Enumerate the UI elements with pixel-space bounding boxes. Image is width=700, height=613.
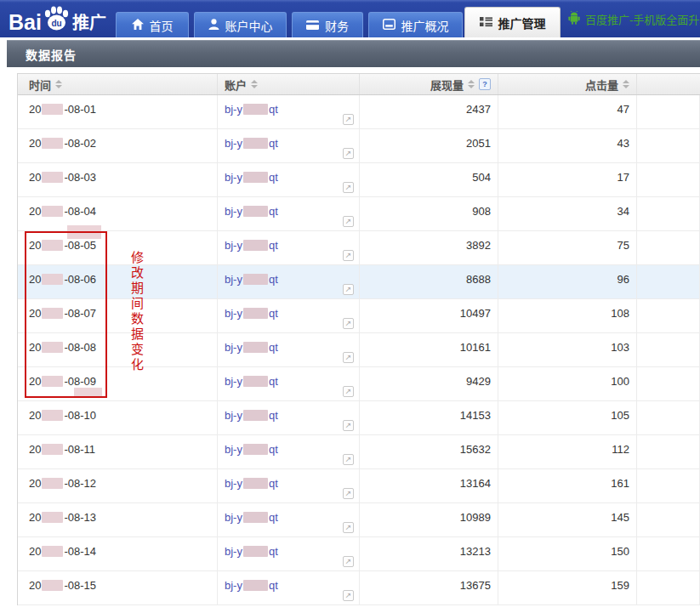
redacted-account <box>243 410 268 421</box>
date-suffix: -08-14 <box>64 545 96 558</box>
account-suffix: qt <box>269 341 278 354</box>
account-link[interactable]: bj-yqt <box>225 307 278 320</box>
sort-icon[interactable] <box>623 80 629 88</box>
account-link[interactable]: bj-yqt <box>225 511 278 524</box>
external-link-icon[interactable]: ↗ <box>343 386 354 397</box>
account-prefix: bj-y <box>225 375 242 388</box>
home-icon <box>132 19 144 32</box>
external-link-icon[interactable]: ↗ <box>343 216 354 227</box>
impressions-cell: 2051 <box>360 129 498 163</box>
account-link[interactable]: bj-yqt <box>225 205 278 218</box>
account-suffix: qt <box>269 273 278 286</box>
redacted-year <box>42 512 63 523</box>
column-header-time[interactable]: 时间 <box>18 74 218 94</box>
account-link[interactable]: bj-yqt <box>225 545 278 558</box>
sort-icon[interactable] <box>55 80 62 88</box>
sort-icon[interactable] <box>251 80 258 88</box>
account-link[interactable]: bj-yqt <box>225 341 278 354</box>
external-link-icon[interactable]: ↗ <box>343 420 354 431</box>
nav-tab-promotion-manage[interactable]: 推广管理 <box>464 7 561 37</box>
top-navbar: Bai du 推广 首页 账户中心 <box>0 0 700 37</box>
account-link[interactable]: bj-yqt <box>225 239 278 252</box>
table-row: 20-08-03 bj-yqt ↗ 504 17 <box>18 163 700 197</box>
baidu-promotion-app: Bai du 推广 首页 账户中心 <box>0 0 700 613</box>
redacted-year <box>42 410 63 421</box>
account-link[interactable]: bj-yqt <box>225 579 278 592</box>
nav-tab-home[interactable]: 首页 <box>116 12 189 37</box>
account-link[interactable]: bj-yqt <box>225 137 278 150</box>
nav-tab-finance[interactable]: 财务 <box>292 12 363 37</box>
external-link-icon[interactable]: ↗ <box>343 352 354 363</box>
external-link-icon[interactable]: ↗ <box>343 556 354 567</box>
column-header-label: 展现量 <box>430 77 464 93</box>
time-cell: 20-08-03 <box>18 163 218 197</box>
clicks-cell: 112 <box>498 435 637 469</box>
redaction-fragment <box>67 225 101 239</box>
baidu-logo[interactable]: Bai du 推广 <box>9 4 106 35</box>
sort-icon[interactable] <box>468 80 475 88</box>
time-cell: 20-08-06 <box>18 265 218 299</box>
nav-tab-label: 推广管理 <box>498 14 546 31</box>
external-link-icon[interactable]: ↗ <box>343 250 354 261</box>
external-link-icon[interactable]: ↗ <box>343 454 354 465</box>
column-header-impressions[interactable]: 展现量 ? <box>360 74 498 94</box>
redacted-year <box>42 206 63 217</box>
account-cell: bj-yqt ↗ <box>218 163 360 197</box>
account-suffix: qt <box>269 511 278 524</box>
column-header-clicks[interactable]: 点击量 <box>498 74 637 94</box>
nav-tab-promotion-overview[interactable]: 推广概况 <box>368 12 463 37</box>
account-link[interactable]: bj-yqt <box>225 409 278 422</box>
account-link[interactable]: bj-yqt <box>225 443 278 456</box>
page-header-bar: 数据报告 <box>7 40 700 67</box>
redacted-year <box>42 376 63 387</box>
date-suffix: -08-02 <box>64 137 96 150</box>
table-row: 20-08-15 bj-yqt ↗ 13675 159 <box>18 571 700 605</box>
account-prefix: bj-y <box>225 511 242 524</box>
table-row: 20-08-05 bj-yqt ↗ 3892 75 <box>18 231 700 265</box>
external-link-icon[interactable]: ↗ <box>343 148 354 159</box>
impressions-cell: 10497 <box>360 299 498 333</box>
report-table: 时间 账户 展现量 ? 点击量 20-08-01 bj-y <box>17 73 700 605</box>
date-suffix: -08-09 <box>64 375 96 388</box>
column-header-account[interactable]: 账户 <box>218 74 360 94</box>
account-suffix: qt <box>269 443 278 456</box>
account-cell: bj-yqt ↗ <box>218 469 360 503</box>
nav-tab-account-center[interactable]: 账户中心 <box>194 12 287 37</box>
time-cell: 20-08-07 <box>18 299 218 333</box>
account-cell: bj-yqt ↗ <box>218 299 360 333</box>
external-link-icon[interactable]: ↗ <box>343 318 354 329</box>
account-link[interactable]: bj-yqt <box>225 103 278 116</box>
help-icon[interactable]: ? <box>479 78 491 90</box>
date-prefix: 20 <box>29 341 41 354</box>
account-prefix: bj-y <box>225 545 242 558</box>
column-header-label: 时间 <box>29 77 51 93</box>
account-link[interactable]: bj-yqt <box>225 477 278 490</box>
time-cell: 20-08-02 <box>18 129 218 163</box>
logo-text-suffix: 推广 <box>72 11 106 35</box>
account-link[interactable]: bj-yqt <box>225 171 278 184</box>
external-link-icon[interactable]: ↗ <box>343 522 354 533</box>
baidu-paw-icon: du <box>43 6 70 35</box>
date-suffix: -08-13 <box>64 511 96 524</box>
date-prefix: 20 <box>29 409 41 422</box>
account-prefix: bj-y <box>225 239 242 252</box>
external-link-icon[interactable]: ↗ <box>343 182 354 193</box>
time-cell: 20-08-01 <box>18 95 218 129</box>
account-cell: bj-yqt ↗ <box>218 435 360 469</box>
mobile-promo-link[interactable]: 百度推广-手机版全面升级 <box>568 0 700 37</box>
date-suffix: -08-08 <box>64 341 96 354</box>
account-link[interactable]: bj-yqt <box>225 273 278 286</box>
clicks-cell: 108 <box>498 299 637 333</box>
clicks-cell: 159 <box>498 571 637 605</box>
external-link-icon[interactable]: ↗ <box>343 114 354 125</box>
impressions-cell: 13164 <box>360 469 498 503</box>
external-link-icon[interactable]: ↗ <box>343 590 354 601</box>
redacted-account <box>243 376 268 387</box>
redacted-year <box>42 478 63 489</box>
table-row: 20-08-06 bj-yqt ↗ 8688 96 <box>18 265 700 299</box>
external-link-icon[interactable]: ↗ <box>343 284 354 295</box>
external-link-icon[interactable]: ↗ <box>343 488 354 499</box>
account-suffix: qt <box>269 307 278 320</box>
account-link[interactable]: bj-yqt <box>225 375 278 388</box>
redacted-year <box>42 172 63 183</box>
